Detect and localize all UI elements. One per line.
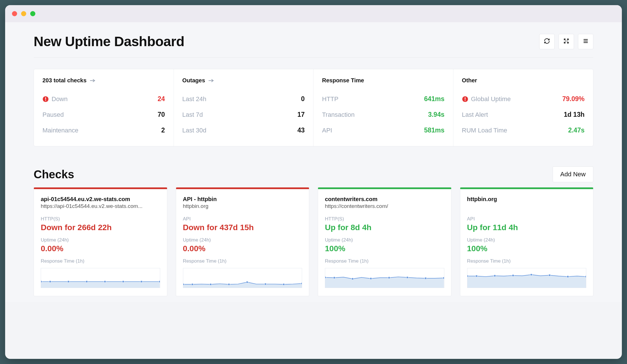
alert-icon [42, 96, 49, 102]
check-uptime-label: Uptime (24h) [41, 237, 160, 243]
svg-point-20 [191, 283, 194, 285]
svg-point-27 [325, 277, 326, 279]
summary-row: Maintenance2 [42, 122, 165, 138]
svg-point-11 [41, 281, 42, 283]
svg-point-13 [67, 281, 70, 283]
summary-card-title: Other [462, 77, 585, 84]
refresh-button[interactable] [539, 34, 555, 49]
svg-point-21 [209, 283, 212, 285]
summary-row-label: RUM Load Time [462, 127, 507, 134]
check-rt-label: Response Time (1h) [183, 258, 302, 264]
summary-row-value: 79.09% [562, 95, 585, 103]
summary-row-label: Maintenance [42, 127, 78, 134]
check-uptime-label: Uptime (24h) [467, 237, 587, 243]
check-title: API - httpbin [183, 196, 302, 203]
page-title: New Uptime Dashboard [34, 34, 184, 49]
check-subtitle [467, 203, 587, 209]
svg-point-15 [104, 281, 106, 283]
check-uptime-value: 0.00% [41, 244, 160, 253]
refresh-icon [544, 38, 550, 45]
check-status: Down for 437d 15h [183, 223, 302, 232]
page-content: New Uptime Dashboard [5, 22, 622, 302]
checks-grid: api-01c54544.eu.v2.we-stats.comhttps://a… [34, 187, 593, 296]
check-card[interactable]: API - httpbinhttpbin.orgAPIDown for 437d… [176, 187, 310, 296]
summary-card-title-text: Response Time [322, 77, 364, 84]
summary-row: Last 30d43 [182, 122, 305, 138]
summary-outages-card: OutagesLast 24h0Last 7d17Last 30d43 [174, 69, 314, 146]
checks-section-header: Checks Add New [34, 166, 593, 182]
summary-card-title[interactable]: 203 total checks [42, 77, 165, 84]
svg-point-36 [475, 275, 478, 277]
summary-row-value: 24 [158, 95, 165, 103]
summary-row: HTTP641ms [322, 91, 445, 107]
svg-point-42 [585, 276, 586, 278]
svg-point-28 [333, 277, 335, 279]
svg-point-40 [548, 274, 551, 276]
check-subtitle: https://contentwriters.com/ [325, 203, 444, 209]
summary-row-value: 43 [297, 126, 305, 134]
summary-row-value: 3.94s [428, 111, 445, 118]
svg-point-26 [301, 283, 302, 285]
summary-card-title-text: 203 total checks [42, 77, 87, 84]
maximize-window-icon[interactable] [30, 11, 35, 16]
summary-row: Transaction3.94s [322, 107, 445, 122]
check-status: Up for 8d 4h [325, 223, 444, 232]
sparkline-chart [41, 268, 160, 288]
close-window-icon[interactable] [12, 11, 17, 16]
svg-point-12 [49, 281, 51, 283]
summary-row-value: 17 [297, 111, 305, 118]
minimize-window-icon[interactable] [21, 11, 26, 16]
summary-row: Last Alert1d 13h [462, 107, 585, 122]
summary-row: API581ms [322, 122, 445, 138]
header-actions [539, 34, 593, 49]
check-title: api-01c54544.eu.v2.we-stats.com [41, 196, 160, 203]
check-type-label: HTTP(S) [41, 216, 160, 222]
summary-row: Paused70 [42, 107, 165, 122]
summary-row-value: 641ms [424, 95, 445, 103]
app-window: New Uptime Dashboard [5, 5, 622, 359]
check-status: Down for 266d 22h [41, 223, 160, 232]
svg-point-41 [567, 276, 569, 278]
menu-button[interactable] [578, 34, 593, 49]
arrow-right-icon [208, 78, 214, 83]
summary-row-value: 70 [158, 111, 165, 118]
summary-card-title[interactable]: Outages [182, 77, 305, 84]
summary-row-label: Last 7d [182, 111, 203, 118]
check-uptime-value: 0.00% [183, 244, 302, 253]
add-new-button[interactable]: Add New [553, 166, 593, 182]
svg-point-30 [370, 278, 372, 280]
summary-row: Last 7d17 [182, 107, 305, 122]
check-uptime-value: 100% [325, 244, 444, 253]
summary-row-value: 1d 13h [564, 111, 585, 118]
summary-response-card: Response TimeHTTP641msTransaction3.94sAP… [314, 69, 453, 146]
summary-card-title-text: Outages [182, 77, 205, 84]
svg-point-32 [406, 277, 409, 279]
svg-point-25 [282, 283, 285, 285]
svg-point-38 [512, 275, 514, 277]
check-title: httpbin.org [467, 196, 587, 203]
check-status: Up for 11d 4h [467, 223, 587, 232]
svg-point-23 [246, 281, 248, 283]
svg-point-35 [467, 275, 469, 277]
check-rt-label: Response Time (1h) [325, 258, 444, 264]
summary-grid: 203 total checksDown24Paused70Maintenanc… [34, 69, 593, 146]
svg-point-24 [264, 283, 266, 285]
window-titlebar [5, 5, 622, 22]
summary-row: Down24 [42, 91, 165, 107]
summary-row-label: Last Alert [462, 111, 488, 118]
check-card[interactable]: api-01c54544.eu.v2.we-stats.comhttps://a… [34, 187, 167, 296]
summary-checks-card: 203 total checksDown24Paused70Maintenanc… [34, 69, 174, 146]
summary-row-label: Down [42, 95, 68, 103]
summary-row: Global Uptime79.09% [462, 91, 585, 107]
summary-row-value: 581ms [424, 126, 445, 134]
fullscreen-button[interactable] [559, 34, 574, 49]
check-card[interactable]: contentwriters.comhttps://contentwriters… [318, 187, 451, 296]
sparkline-chart [467, 268, 587, 288]
summary-row-value: 2 [161, 126, 165, 134]
summary-row-label: Transaction [322, 111, 355, 118]
check-rt-label: Response Time (1h) [41, 258, 160, 264]
svg-point-14 [85, 281, 88, 283]
summary-row-label: API [322, 127, 332, 134]
check-uptime-value: 100% [467, 244, 587, 253]
check-card[interactable]: httpbin.org APIUp for 11d 4hUptime (24h)… [460, 187, 594, 296]
